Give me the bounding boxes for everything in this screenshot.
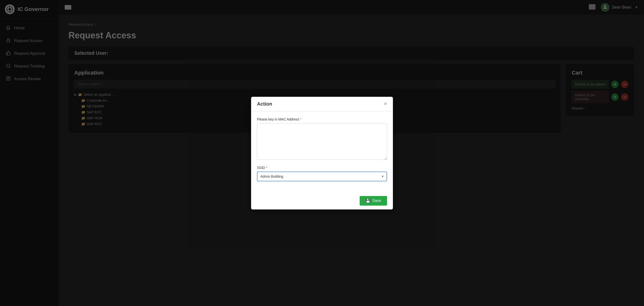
- save-label: Save: [372, 198, 381, 203]
- ssid-group: SSID * Admin Building Main Campus Branch…: [257, 166, 387, 181]
- ssid-select[interactable]: Admin Building Main Campus Branch Office: [257, 172, 387, 181]
- modal-header: Action ×: [251, 97, 393, 112]
- modal-footer: 💾 Save: [251, 192, 393, 210]
- mac-address-group: Please key in MAC Address *: [257, 117, 387, 161]
- modal-close-button[interactable]: ×: [384, 101, 387, 106]
- mac-address-label: Please key in MAC Address *: [257, 117, 387, 121]
- save-button[interactable]: 💾 Save: [360, 196, 387, 206]
- ssid-select-wrapper: Admin Building Main Campus Branch Office: [257, 172, 387, 181]
- modal-body: Please key in MAC Address * SSID * Admin…: [251, 112, 393, 192]
- ssid-label: SSID *: [257, 166, 387, 170]
- modal-overlay: Action × Please key in MAC Address * SSI…: [0, 0, 644, 306]
- modal-title: Action: [257, 101, 272, 107]
- mac-required-star: *: [300, 117, 302, 121]
- save-icon: 💾: [366, 198, 370, 203]
- action-modal: Action × Please key in MAC Address * SSI…: [251, 97, 393, 210]
- ssid-required-star: *: [266, 166, 267, 170]
- mac-address-input[interactable]: [257, 123, 387, 160]
